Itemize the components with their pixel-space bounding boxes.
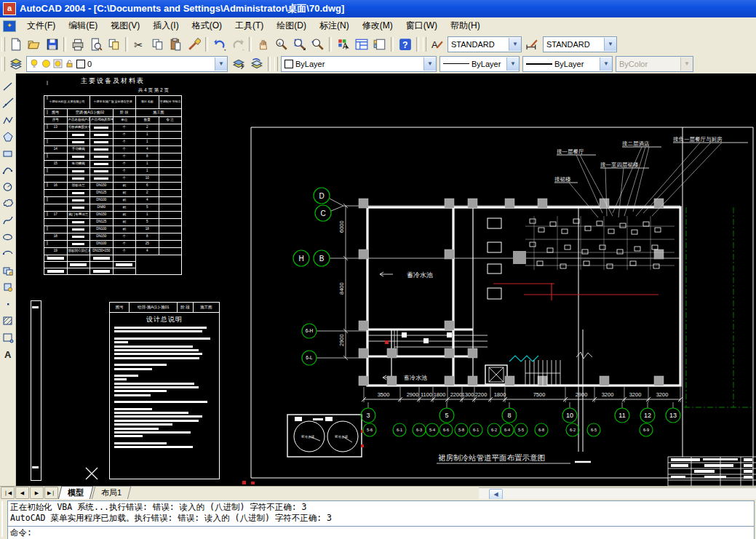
chevron-down-icon[interactable]: ▼ — [604, 38, 616, 51]
scroll-left-icon[interactable]: ◀ — [489, 489, 503, 500]
region-icon[interactable] — [0, 329, 16, 346]
layer-freeze-icon[interactable] — [41, 59, 51, 68]
zoom-previous-icon[interactable] — [309, 35, 327, 53]
undo-icon[interactable] — [210, 35, 228, 53]
titleblock-bar — [704, 464, 733, 467]
tab-layout1[interactable]: 布局1 — [92, 486, 132, 500]
insert-block-icon[interactable] — [0, 262, 16, 279]
pan-icon[interactable] — [254, 35, 272, 53]
table-cell — [159, 226, 182, 233]
xline-icon[interactable] — [0, 95, 16, 111]
point-icon[interactable] — [0, 295, 16, 312]
tab-first-button[interactable]: ❘◀ — [1, 487, 15, 499]
linetype-combo[interactable]: ByLayer ▼ — [439, 56, 520, 72]
polygon-icon[interactable] — [0, 128, 16, 145]
menu-item-3[interactable]: 视图(V) — [104, 17, 146, 34]
line-icon[interactable] — [0, 78, 16, 95]
circle-icon[interactable] — [0, 178, 16, 195]
table-cell: DN80 — [90, 204, 114, 212]
polyline-icon[interactable] — [0, 111, 16, 128]
chevron-down-icon[interactable]: ▼ — [215, 57, 227, 71]
layer-color-swatch[interactable] — [76, 60, 85, 68]
new-icon[interactable] — [7, 35, 25, 53]
menu-item-9[interactable]: 修改(M) — [356, 17, 399, 34]
menu-item-5[interactable]: 格式(O) — [186, 17, 228, 34]
ellipse-arc-icon[interactable] — [0, 245, 16, 262]
properties-icon[interactable]: A — [334, 35, 352, 53]
menu-item-7[interactable]: 绘图(D) — [270, 17, 313, 34]
layer-vpfreeze-icon[interactable] — [53, 59, 63, 68]
color-combo[interactable]: ByLayer ▼ — [281, 56, 437, 72]
table-cell — [159, 146, 182, 153]
cut-icon[interactable]: ✂ — [130, 35, 148, 53]
layer-lock-icon[interactable] — [65, 59, 74, 68]
rectangle-icon[interactable] — [0, 145, 16, 161]
publish-icon[interactable] — [105, 35, 123, 53]
drawing-canvas[interactable]: 3500290011001800220013002200180075002900… — [16, 73, 756, 486]
command-history-line: AutoCAD 菜单实用程序已加载。执行错误: 错误: 读入的 (八进制) 字符… — [10, 513, 752, 524]
table-cell: 国标法兰 — [67, 183, 90, 190]
open-icon[interactable] — [25, 35, 43, 53]
column — [600, 376, 609, 386]
save-icon[interactable] — [43, 35, 61, 53]
table-cell: 空调制冷 节能工程 — [159, 96, 182, 109]
text-style-combo[interactable]: STANDARD ▼ — [447, 36, 522, 52]
menu-item-11[interactable]: 帮助(H) — [444, 17, 487, 34]
chevron-down-icon[interactable]: ▼ — [509, 38, 521, 51]
revcloud-icon[interactable] — [0, 195, 16, 212]
matchprop-icon[interactable] — [185, 35, 203, 53]
preview-icon[interactable] — [87, 35, 105, 53]
chevron-down-icon[interactable]: ▼ — [423, 57, 436, 71]
dim-style-icon[interactable] — [523, 35, 541, 53]
lineweight-combo[interactable]: ByLayer ▼ — [522, 56, 613, 72]
dim-style-combo[interactable]: STANDARD ▼ — [543, 36, 617, 52]
zoom-window-icon[interactable] — [290, 35, 309, 53]
tab-prev-button[interactable]: ◀ — [15, 487, 29, 499]
tab-next-button[interactable]: ▶ — [30, 487, 44, 499]
horizontal-scrollbar[interactable]: ◀ — [479, 487, 756, 499]
menu-item-8[interactable]: 标注(N) — [313, 17, 356, 34]
arc-icon[interactable] — [0, 161, 16, 178]
text-style-icon[interactable]: A — [428, 35, 446, 53]
plot-icon[interactable] — [68, 35, 87, 53]
hatch-icon[interactable] — [0, 312, 16, 329]
annotation-5: 接裙楼 — [554, 176, 571, 183]
menu-item-4[interactable]: 插入(I) — [146, 17, 185, 34]
command-input[interactable]: 命令: — [7, 526, 755, 539]
menu-item-10[interactable]: 窗口(W) — [399, 17, 444, 34]
chevron-down-icon[interactable]: ▼ — [600, 57, 612, 71]
toolbar-grip[interactable] — [423, 37, 426, 52]
toolbar-grip[interactable] — [1, 57, 5, 71]
designcenter-icon[interactable] — [352, 35, 370, 53]
menu-item-1[interactable]: 文件(F) — [20, 17, 62, 34]
menu-item-6[interactable]: 工具(T) — [228, 17, 270, 34]
make-object-layer-current-icon[interactable] — [229, 55, 247, 73]
tab-last-button[interactable]: ▶❘ — [44, 487, 58, 499]
spline-icon[interactable] — [0, 212, 16, 228]
titleblock-bar — [744, 464, 752, 467]
grid-bubble-label: 5-6 — [367, 428, 373, 432]
toolpalettes-icon[interactable] — [370, 35, 389, 53]
notes-body — [110, 327, 219, 448]
command-history[interactable]: 正在初始化 VBA 系统...执行错误: 错误: 读入的 (八进制) 字符不正确… — [7, 500, 755, 527]
copy-icon[interactable] — [148, 35, 167, 53]
help-icon[interactable]: ? — [396, 35, 414, 53]
paste-icon[interactable] — [167, 35, 185, 53]
chevron-down-icon[interactable]: ▼ — [506, 57, 519, 71]
ellipse-icon[interactable] — [0, 228, 16, 245]
table-cell — [67, 226, 90, 233]
table-cell — [90, 139, 114, 146]
menu-item-2[interactable]: 编辑(E) — [62, 17, 104, 34]
layer-combo[interactable]: 0 ▼ — [26, 56, 228, 72]
layer-manager-icon[interactable] — [7, 55, 25, 73]
layer-previous-icon[interactable] — [247, 55, 266, 73]
tab-model[interactable]: 模型 — [58, 486, 94, 500]
toolbar-grip[interactable] — [274, 57, 278, 71]
layer-on-icon[interactable] — [30, 59, 39, 68]
zoom-realtime-icon[interactable]: ± — [272, 35, 290, 53]
mtext-icon[interactable]: A — [0, 346, 16, 362]
make-block-icon[interactable] — [0, 279, 16, 295]
redo-icon[interactable] — [228, 35, 247, 53]
toolbar-grip[interactable] — [1, 37, 5, 52]
drawing-window-icon[interactable]: ✦ — [3, 20, 16, 32]
